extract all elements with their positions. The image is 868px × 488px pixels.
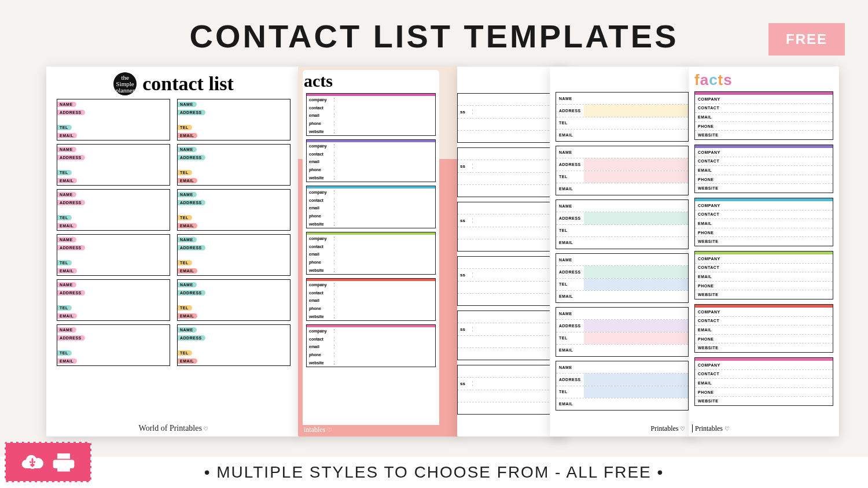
label-tel: TEL	[556, 171, 584, 183]
label-contact: contact	[307, 245, 334, 249]
label-phone: PHONE	[695, 337, 725, 341]
company-card: COMPANY CONTACT EMAIL PHONE WEBSITE	[694, 304, 833, 353]
label-contact: contact	[307, 152, 334, 156]
label-name: NAME	[178, 237, 197, 242]
label-website: website	[307, 361, 334, 365]
label-website: website	[307, 315, 334, 319]
label-name: NAME	[556, 93, 584, 104]
label-address: ADDRESS	[556, 374, 584, 385]
template-2-footer: intables	[304, 426, 332, 434]
label-email: EMAIL	[57, 358, 77, 364]
label-phone: phone	[307, 214, 334, 218]
label-phone: PHONE	[695, 124, 725, 128]
label-tel: TEL	[556, 386, 584, 398]
logo-text: the Simple planner	[113, 75, 137, 94]
label-phone: phone	[307, 306, 334, 310]
templates-stage: the Simple planner contact list NAME ADD…	[29, 66, 839, 442]
label-address: ADDRESS	[178, 335, 205, 341]
label-email: email	[307, 298, 334, 302]
label-email: EMAIL	[556, 398, 584, 410]
template-2-title-partial: acts	[304, 72, 436, 90]
contact-card: NAME ADDRESS TEL EMAIL	[177, 99, 290, 141]
label-phone: phone	[307, 260, 334, 264]
label-name: NAME	[556, 254, 584, 265]
company-card: company contact email phone website	[306, 232, 436, 275]
label-tel: TEL	[57, 305, 72, 310]
label-company: COMPANY	[695, 310, 725, 314]
label-phone: phone	[307, 168, 334, 172]
label-address: ADDRESS	[556, 320, 584, 331]
label-website: WEBSITE	[695, 186, 725, 190]
label-website: WEBSITE	[695, 239, 725, 243]
label-contact: contact	[307, 337, 334, 341]
template-4-footer: Printables	[651, 424, 686, 433]
template-1-col-right: NAME ADDRESS TEL EMAIL NAME ADDRESS TEL …	[177, 99, 290, 366]
contact-card: NAME ADDRESS TEL EMAIL	[57, 144, 170, 186]
contact-card: NAME ADDRESS TEL EMAIL	[556, 146, 689, 195]
label-contact: contact	[307, 106, 334, 110]
label-contact: contact	[307, 198, 334, 202]
template-4-list: NAME ADDRESS TEL EMAIL NAME ADDRESS TEL …	[556, 92, 689, 411]
template-5-list: COMPANY CONTACT EMAIL PHONE WEBSITE COMP…	[694, 91, 833, 406]
label-contact: CONTACT	[695, 319, 725, 323]
label-address: ADDRESS	[57, 110, 85, 115]
company-card: COMPANY CONTACT EMAIL PHONE WEBSITE	[694, 251, 833, 300]
label-partial: ss	[458, 327, 473, 332]
label-name: NAME	[57, 147, 76, 152]
template-1: the Simple planner contact list NAME ADD…	[46, 66, 301, 437]
label-address: ADDRESS	[57, 155, 85, 160]
label-contact: CONTACT	[695, 372, 725, 376]
label-email: EMAIL	[695, 221, 725, 225]
label-address: ADDRESS	[57, 335, 85, 341]
label-phone: PHONE	[695, 284, 725, 288]
company-card: company contact email phone website	[306, 324, 436, 367]
label-tel: TEL	[57, 260, 72, 265]
template-2-list: company contact email phone website comp…	[306, 93, 436, 367]
label-phone: PHONE	[695, 390, 725, 394]
contact-card: ss	[457, 202, 561, 252]
label-name: NAME	[556, 308, 584, 319]
label-email: EMAIL	[556, 345, 584, 356]
company-card: company contact email phone website	[306, 186, 436, 228]
label-email: EMAIL	[695, 275, 725, 279]
contact-card: NAME ADDRESS TEL EMAIL	[57, 234, 170, 276]
label-email: EMAIL	[57, 313, 77, 319]
label-tel: TEL	[556, 332, 584, 344]
label-website: WEBSITE	[695, 399, 725, 403]
label-contact: CONTACT	[695, 265, 725, 269]
label-tel: TEL	[57, 125, 72, 130]
label-contact: CONTACT	[695, 159, 725, 163]
label-phone: phone	[307, 353, 334, 357]
label-name: NAME	[178, 327, 197, 332]
label-email: EMAIL	[695, 328, 725, 332]
contact-card: ss	[457, 256, 561, 306]
company-card: COMPANY CONTACT EMAIL PHONE WEBSITE	[694, 145, 833, 193]
label-email: EMAIL	[695, 168, 725, 172]
label-website: website	[307, 130, 334, 134]
label-tel: TEL	[178, 170, 192, 175]
label-partial: ss	[458, 164, 473, 169]
label-email: email	[307, 160, 334, 164]
label-email: email	[307, 206, 334, 210]
label-email: EMAIL	[57, 178, 77, 183]
label-company: company	[307, 190, 334, 194]
download-print-badge[interactable]	[5, 442, 91, 482]
label-name: NAME	[178, 147, 197, 152]
label-tel: TEL	[556, 117, 584, 129]
contact-card: NAME ADDRESS TEL EMAIL	[57, 279, 170, 321]
contact-card: NAME ADDRESS TEL EMAIL	[177, 144, 290, 186]
contact-card: ss	[457, 93, 561, 143]
contact-card: ss	[457, 310, 561, 360]
label-website: website	[307, 176, 334, 180]
label-company: company	[307, 236, 334, 241]
contact-card: NAME ADDRESS TEL EMAIL	[556, 92, 689, 142]
label-company: company	[307, 283, 334, 287]
label-email: EMAIL	[178, 358, 197, 364]
contact-card: NAME ADDRESS TEL EMAIL	[177, 279, 290, 321]
page-title: CONTACT LIST TEMPLATES	[0, 0, 868, 55]
label-tel: TEL	[57, 170, 72, 175]
label-address: ADDRESS	[556, 158, 584, 170]
company-card: COMPANY CONTACT EMAIL PHONE WEBSITE	[694, 357, 833, 406]
label-name: NAME	[556, 146, 584, 158]
label-tel: TEL	[178, 125, 192, 130]
